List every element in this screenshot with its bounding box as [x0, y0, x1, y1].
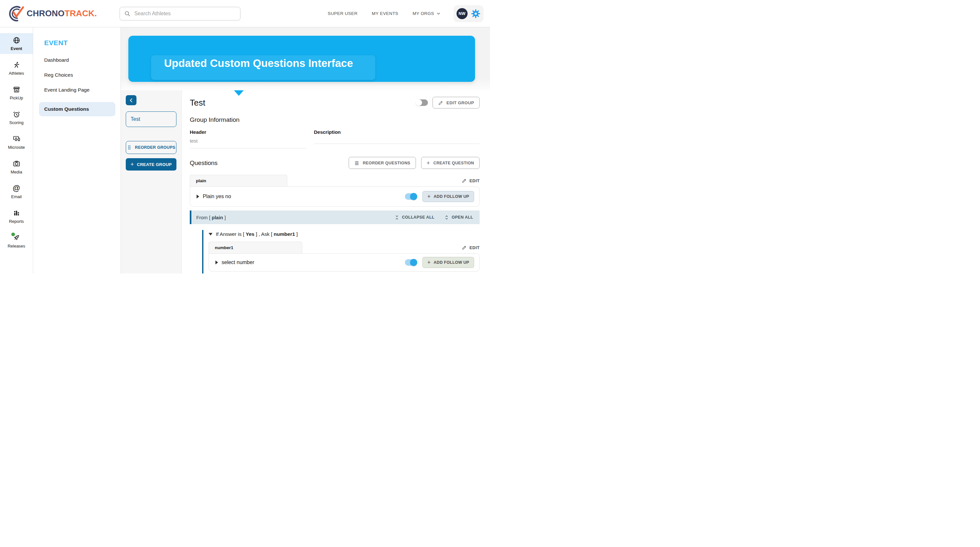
plus-icon: +: [427, 194, 431, 199]
open-all-button[interactable]: OPEN ALL: [444, 215, 473, 220]
chronotrack-logo-icon: [8, 5, 26, 22]
release-badge: [11, 232, 15, 236]
reorder-groups-button[interactable]: REORDER GROUPS: [126, 141, 177, 154]
group-list-item-test[interactable]: Test: [126, 111, 177, 127]
from-label: From [ plain ]: [196, 215, 226, 220]
chronotrack-logo[interactable]: CHRONOTRACK.: [8, 5, 97, 22]
add-follow-up-button-number1[interactable]: + ADD FOLLOW UP: [422, 257, 474, 268]
sidebar-item-pickup[interactable]: PickUp: [0, 83, 33, 103]
top-nav: SUPER USER MY EVENTS MY ORGS: [328, 11, 441, 16]
reorder-questions-button[interactable]: REORDER QUESTIONS: [348, 157, 415, 169]
sidebar-item-scoring[interactable]: Scoring: [0, 107, 33, 128]
question-card-number1: select number + ADD FOLLOW UP: [208, 253, 480, 272]
at-sign-icon: @: [13, 184, 21, 192]
menu-item-custom-questions[interactable]: Custom Questions: [39, 102, 115, 116]
sidebar-item-email[interactable]: @ Email: [0, 181, 33, 202]
plus-icon: +: [427, 259, 431, 266]
sidebar-item-releases[interactable]: Releases: [0, 231, 33, 251]
group-title: Test: [190, 98, 205, 108]
banner-strip: Updated Custom Questions Interface: [121, 27, 490, 90]
search-input[interactable]: [134, 11, 236, 17]
nav-super-user[interactable]: SUPER USER: [328, 11, 358, 16]
follow-up-from-bar: From [ plain ] COLLAPSE ALL: [190, 210, 480, 224]
collapse-panel-button[interactable]: [126, 95, 137, 105]
plus-icon: +: [426, 160, 430, 166]
menu-item-dashboard[interactable]: Dashboard: [44, 57, 115, 63]
edit-question-number1[interactable]: EDIT: [462, 245, 480, 250]
question-enabled-toggle-number1[interactable]: [405, 259, 417, 266]
caret-right-icon: [197, 194, 199, 199]
main-area: Updated Custom Questions Interface Test: [121, 27, 490, 274]
storefront-icon: [13, 86, 21, 94]
banner-tail-wrap: [128, 36, 475, 82]
follow-up-tree: If Answer is [ Yes ] , Ask [ number1 ] n…: [202, 230, 480, 274]
logo-wordmark: CHRONOTRACK.: [27, 8, 97, 19]
sidebar-item-athletes[interactable]: Athletes: [0, 58, 33, 79]
pencil-icon: [462, 178, 467, 183]
create-question-button[interactable]: + CREATE QUESTION: [421, 157, 480, 169]
question-expand-number1[interactable]: select number: [215, 259, 255, 266]
field-description-value: [314, 138, 480, 144]
caret-down-icon: [208, 233, 213, 235]
top-header: CHRONOTRACK. SUPER USER MY EVENTS MY ORG…: [0, 0, 490, 27]
runner-icon: [13, 61, 21, 69]
plus-icon: +: [130, 161, 134, 167]
alarm-clock-icon: [13, 110, 21, 118]
sidebar-item-reports[interactable]: Reports: [0, 206, 33, 227]
condition-text: If Answer is [ Yes ] , Ask [ number1 ]: [216, 231, 298, 237]
pencil-icon: [462, 245, 467, 250]
chevron-left-icon: [128, 97, 134, 103]
banner-tail: [234, 90, 244, 96]
groups-panel: Test REORDER GROUPS + CR: [121, 90, 182, 274]
globe-icon: [13, 37, 21, 44]
question-card-plain: Plain yes no + ADD FOLLOW UP: [190, 186, 480, 207]
questions-title: Questions: [190, 159, 218, 167]
account-controls: NW: [453, 5, 484, 22]
drag-handle-icon: [127, 145, 132, 150]
sidebar-item-event[interactable]: Event: [0, 33, 33, 54]
pencil-icon: [438, 100, 444, 106]
icon-sidebar: Event Athletes: [0, 27, 33, 274]
bar-chart-icon: [13, 209, 21, 217]
athlete-search: [119, 7, 240, 21]
create-group-button[interactable]: + CREATE GROUP: [126, 158, 177, 170]
nav-my-events[interactable]: MY EVENTS: [372, 11, 398, 16]
gear-icon[interactable]: [471, 9, 480, 19]
sidebar-item-media[interactable]: Media: [0, 157, 33, 177]
group-information-title: Group Information: [190, 116, 480, 123]
edit-question-plain[interactable]: EDIT: [462, 178, 480, 183]
group-information-fields: Header test Description: [190, 129, 480, 148]
follow-up-condition[interactable]: If Answer is [ Yes ] , Ask [ number1 ]: [208, 231, 480, 237]
unfold-more-icon: [444, 215, 449, 220]
caret-right-icon: [215, 261, 218, 264]
group-detail: Test EDIT GROUP: [182, 90, 490, 274]
group-active-toggle[interactable]: [416, 99, 428, 106]
edit-group-button[interactable]: EDIT GROUP: [433, 97, 480, 108]
rocket-icon: [13, 234, 21, 242]
field-header: Header test: [190, 129, 307, 148]
devices-star-icon: [13, 135, 21, 143]
app-window: CHRONOTRACK. SUPER USER MY EVENTS MY ORG…: [0, 0, 490, 274]
question-enabled-toggle-plain[interactable]: [405, 193, 417, 200]
camera-icon: [13, 160, 21, 168]
nav-my-orgs[interactable]: MY ORGS: [413, 11, 441, 16]
field-description-label: Description: [314, 129, 480, 135]
question-expand-plain[interactable]: Plain yes no: [197, 194, 231, 199]
add-follow-up-button-plain[interactable]: + ADD FOLLOW UP: [422, 191, 474, 202]
sidebar-item-microsite[interactable]: Microsite: [0, 132, 33, 153]
reorder-lines-icon: [354, 161, 360, 165]
field-header-label: Header: [190, 129, 307, 135]
event-menu: EVENT Dashboard Reg Choices Event Landin…: [33, 27, 121, 274]
search-icon: [124, 10, 131, 17]
menu-item-event-landing-page[interactable]: Event Landing Page: [44, 87, 115, 93]
field-description: Description: [314, 129, 480, 148]
event-menu-title: EVENT: [44, 39, 115, 47]
chevron-down-icon: [436, 11, 441, 16]
question-tab-plain[interactable]: plain: [190, 175, 287, 186]
collapse-all-button[interactable]: COLLAPSE ALL: [395, 215, 434, 220]
question-tab-number1[interactable]: number1: [208, 242, 302, 253]
unfold-less-icon: [395, 215, 399, 220]
avatar[interactable]: NW: [457, 8, 468, 19]
menu-item-reg-choices[interactable]: Reg Choices: [44, 72, 115, 78]
field-header-value: test: [190, 138, 307, 148]
